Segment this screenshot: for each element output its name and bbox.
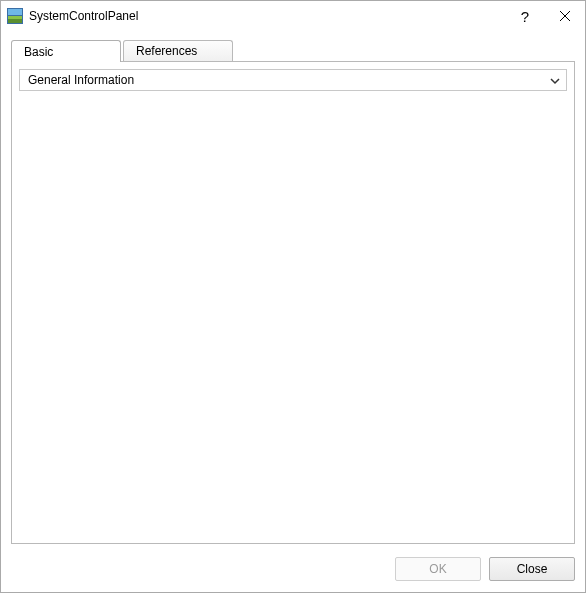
dialog-button-row: OK Close — [1, 552, 585, 592]
help-icon: ? — [521, 8, 529, 25]
window-title: SystemControlPanel — [29, 9, 505, 23]
tab-label: References — [136, 44, 197, 58]
svg-rect-1 — [8, 9, 22, 15]
window-controls: ? — [505, 1, 585, 31]
button-label: Close — [517, 562, 548, 576]
app-icon — [7, 8, 23, 24]
tab-references[interactable]: References — [123, 40, 233, 61]
svg-rect-2 — [8, 16, 22, 19]
client-area: Basic References General Information — [1, 31, 585, 552]
tab-label: Basic — [24, 45, 53, 59]
dialog-window: SystemControlPanel ? Basic References — [0, 0, 586, 593]
tabstrip: Basic References — [11, 39, 575, 61]
button-label: OK — [429, 562, 446, 576]
titlebar: SystemControlPanel ? — [1, 1, 585, 31]
window-close-button[interactable] — [545, 1, 585, 31]
tab-basic[interactable]: Basic — [11, 40, 121, 62]
help-button[interactable]: ? — [505, 1, 545, 31]
tab-panel-basic: General Information — [11, 61, 575, 544]
section-combobox[interactable]: General Information — [19, 69, 567, 91]
close-icon — [560, 11, 570, 21]
ok-button[interactable]: OK — [395, 557, 481, 581]
close-button[interactable]: Close — [489, 557, 575, 581]
panel-body — [19, 91, 567, 536]
chevron-down-icon — [550, 75, 560, 85]
combobox-selected-text: General Information — [28, 73, 134, 87]
svg-rect-3 — [8, 19, 22, 23]
